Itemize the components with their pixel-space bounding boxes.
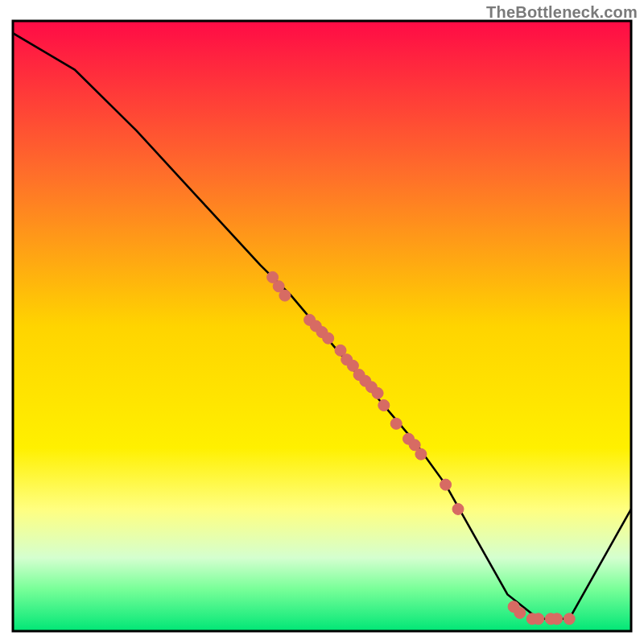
chart-container: TheBottleneck.com (0, 0, 644, 644)
data-point (564, 613, 575, 625)
data-point (533, 613, 544, 625)
watermark-label: TheBottleneck.com (486, 3, 638, 22)
data-point (440, 479, 452, 490)
bottleneck-curve-chart (0, 0, 644, 644)
gradient-background (13, 21, 631, 631)
data-point (378, 400, 390, 411)
data-point (323, 332, 334, 344)
data-point (415, 448, 427, 460)
data-point (551, 613, 563, 625)
data-point (514, 607, 526, 618)
data-point (279, 290, 291, 301)
data-point (372, 387, 383, 398)
data-point (390, 418, 402, 429)
data-point (452, 503, 464, 514)
